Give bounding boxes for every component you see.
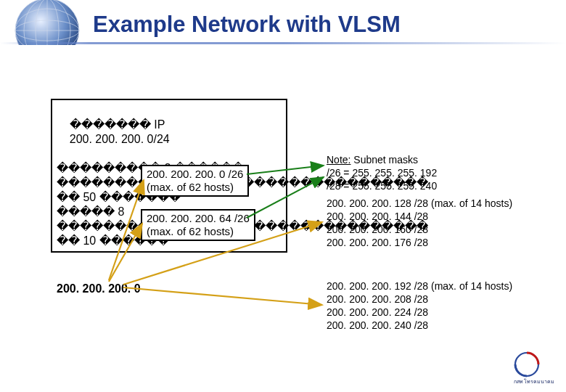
note-l2: /28 = 255. 255. 255. 240 — [327, 180, 437, 193]
note-title: Note: — [327, 154, 350, 166]
svg-line-12 — [123, 287, 322, 305]
subnet-group-128: 200. 200. 200. 128 /28 (max. of 14 hosts… — [327, 197, 512, 250]
svg-rect-8 — [7, 45, 87, 69]
cat-telecom-logo: กสท โทรคมนาคม — [511, 348, 557, 386]
g3-l3: 200. 200. 200. 224 /28 — [327, 306, 512, 319]
subnet1-max: (max. of 62 hosts) — [147, 181, 243, 194]
ipbox-line1: ������� IP 200. 200. 200. 0/24 — [57, 103, 282, 161]
g2-l4: 200. 200. 200. 176 /28 — [327, 237, 512, 250]
root-network-label: 200. 200. 200. 0 — [57, 282, 141, 295]
g2-l1: 200. 200. 200. 128 /28 (max. of 14 hosts… — [327, 197, 512, 211]
note-title-rest: Subnet masks — [350, 154, 418, 166]
ipbox-prefix: ������� IP — [70, 118, 165, 131]
ipbox-ip: 200. 200. 200. 0/24 — [70, 133, 170, 145]
g3-l1: 200. 200. 200. 192 /28 (max. of 14 hosts… — [327, 280, 512, 293]
g2-l3: 200. 200. 200. 160 /28 — [327, 224, 512, 237]
g3-l2: 200. 200. 200. 208 /28 — [327, 293, 512, 306]
page-title: Example Network with VLSM — [93, 12, 401, 38]
note-block: Note: Subnet masks /26 = 255. 255. 255. … — [327, 154, 437, 193]
svg-text:กสท โทรคมนาคม: กสท โทรคมนาคม — [514, 378, 555, 384]
note-l1: /26 = 255. 255. 255. 192 — [327, 167, 437, 180]
globe-icon — [7, 0, 87, 69]
subnet2-max: (max. of 62 hosts) — [147, 225, 250, 238]
g3-l4: 200. 200. 200. 240 /28 — [327, 319, 512, 332]
subnet2-ip: 200. 200. 200. 64 /26 — [147, 212, 250, 225]
title-underline — [0, 42, 566, 44]
note-title-line: Note: Subnet masks — [327, 154, 437, 167]
subnet-box-2: 200. 200. 200. 64 /26 (max. of 62 hosts) — [141, 209, 255, 241]
subnet-box-1: 200. 200. 200. 0 /26 (max. of 62 hosts) — [141, 165, 249, 197]
subnet-group-192: 200. 200. 200. 192 /28 (max. of 14 hosts… — [327, 280, 512, 332]
g2-l2: 200. 200. 200. 144 /28 — [327, 211, 512, 224]
subnet1-ip: 200. 200. 200. 0 /26 — [147, 168, 243, 181]
